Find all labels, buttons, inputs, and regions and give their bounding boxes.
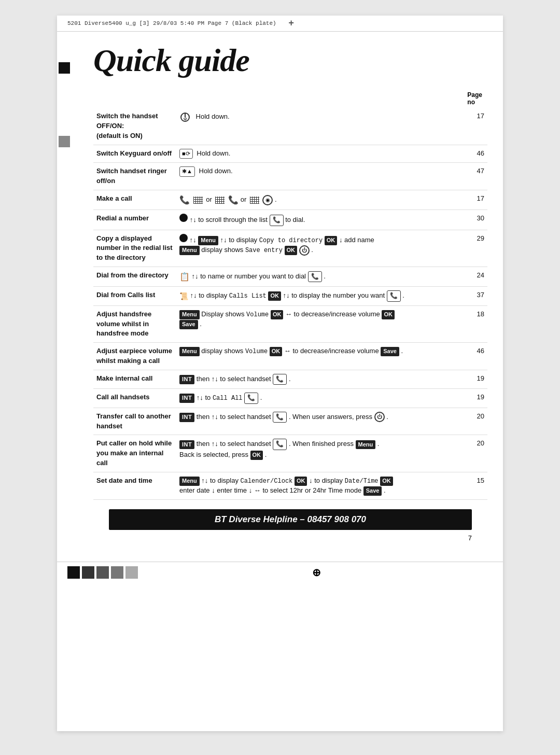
- ok-btn-4: OK: [271, 310, 284, 319]
- helpline-bar: BT Diverse Helpline – 08457 908 070: [109, 509, 472, 530]
- menu-btn-4: Menu: [179, 347, 200, 356]
- row-instruction: ↑↓ to scroll through the list 📞 to dial.: [176, 210, 470, 230]
- crosshair-bottom: ⊕: [140, 566, 493, 579]
- ok-btn-3: OK: [268, 291, 281, 301]
- row-instruction: INT then ↑↓ to select handset 📞 .: [176, 370, 470, 388]
- row-page: 17: [470, 190, 487, 210]
- speaker-icon: ◉: [262, 195, 273, 205]
- table-row: Switch Keyguard on/off ■⟳ Hold down. 46: [93, 145, 487, 163]
- row-page: 19: [470, 389, 487, 408]
- left-sidebar: [57, 41, 72, 755]
- grid-icon-3: [250, 197, 259, 204]
- table-row: Switch the handset OFF/ON:(default is ON…: [93, 108, 487, 145]
- printer-info: 5201 Diverse5400 u_g [3] 29/8/03 5:40 PM…: [67, 20, 276, 26]
- keyguard-icon: ■⟳: [179, 149, 193, 159]
- int-btn: INT: [179, 375, 194, 384]
- table-row: Put caller on hold while you make an int…: [93, 435, 487, 472]
- page-no-header: Pageno: [93, 91, 487, 106]
- row-label: Adjust handsfree volume whilst in handsf…: [93, 305, 176, 343]
- handset-btn-icon-3: 📞: [273, 412, 287, 423]
- table-row: Make a call 📞 or 📞 or ◉ . 17: [93, 190, 487, 210]
- row-instruction: Menu Display shows Volume OK ↔ to decrea…: [176, 305, 470, 343]
- int-btn-3: INT: [179, 413, 194, 422]
- call-btn-icon-2: 📞: [387, 290, 401, 301]
- row-page: 15: [470, 472, 487, 499]
- save-btn-2: Save: [381, 347, 399, 356]
- printer-marks: 5201 Diverse5400 u_g [3] 29/8/03 5:40 PM…: [57, 16, 503, 32]
- call-btn-icon: 📞: [308, 271, 322, 282]
- menu-btn-5: Menu: [356, 440, 376, 450]
- row-label: Copy a displayed number in the redial li…: [93, 230, 176, 267]
- grid-icon-1: [193, 197, 203, 204]
- save-btn: Save: [179, 320, 198, 329]
- row-page: 37: [470, 287, 487, 305]
- helpline-text: BT Diverse Helpline – 08457 908 070: [215, 514, 366, 524]
- row-page: 20: [470, 435, 487, 472]
- row-label: Switch Keyguard on/off: [93, 145, 176, 163]
- page-no-label: Pageno: [467, 91, 482, 106]
- power-off-icon: ⏻: [299, 245, 310, 256]
- call-handset-icon-2: 📞: [228, 195, 239, 204]
- table-row: Call all handsets INT ↑↓ to Call All 📞 .…: [93, 389, 487, 408]
- phone-btn-icon: 📞: [270, 215, 284, 226]
- handset-btn-icon-4: 📞: [273, 439, 287, 450]
- main-content: Quick guide Pageno Switch the handset OF…: [78, 32, 503, 562]
- calls-icon: 📜: [179, 292, 188, 300]
- table-row: Set date and time Menu ↑↓ to display Cal…: [93, 472, 487, 499]
- int-btn-4: INT: [179, 440, 194, 450]
- crosshair-top: [287, 19, 296, 28]
- crosshair-symbol: ⊕: [312, 566, 321, 579]
- handset-btn-icon-2: 📞: [244, 393, 258, 403]
- guide-table: Switch the handset OFF/ON:(default is ON…: [93, 108, 487, 500]
- volume-text-2: Volume: [245, 348, 268, 355]
- table-row: Switch handset ringer off/on ✱▲ Hold dow…: [93, 163, 487, 190]
- page-number: 7: [93, 530, 487, 546]
- row-label: Switch handset ringer off/on: [93, 163, 176, 190]
- row-label: Set date and time: [93, 472, 176, 499]
- row-instruction: Menu ↑↓ to display Calender/Clock OK ↓ t…: [176, 472, 470, 499]
- table-row: Dial from Calls list 📜 ↑↓ to display Cal…: [93, 287, 487, 305]
- row-page: 30: [470, 210, 487, 230]
- row-page: 24: [470, 267, 487, 287]
- power-icon: ⏻: [179, 111, 191, 123]
- table-row: Redial a number ↑↓ to scroll through the…: [93, 210, 487, 230]
- power-icon-2: ⏻: [374, 412, 385, 422]
- row-instruction: ■⟳ Hold down.: [176, 145, 470, 163]
- row-page: 46: [470, 145, 487, 163]
- color-mark-2: [82, 566, 94, 579]
- color-mark-3: [96, 566, 109, 579]
- directory-icon: 📋: [179, 272, 190, 281]
- row-page: 29: [470, 230, 487, 267]
- row-page: 20: [470, 408, 487, 435]
- copy-text: Copy to directory: [259, 237, 323, 244]
- circle-icon: [179, 214, 188, 222]
- save-btn-3: Save: [363, 486, 382, 496]
- table-row: Dial from the directory 📋 ↑↓ to name or …: [93, 267, 487, 287]
- row-page: 17: [470, 108, 487, 145]
- row-label: Transfer call to another handset: [93, 408, 176, 435]
- grid-icon-2: [215, 197, 225, 204]
- ok-btn: OK: [325, 236, 338, 245]
- row-label: Call all handsets: [93, 389, 176, 408]
- registration-mark-2: [59, 136, 70, 147]
- row-page: 47: [470, 163, 487, 190]
- table-row: Transfer call to another handset INT the…: [93, 408, 487, 435]
- row-instruction: Menu display shows Volume OK ↔ to decrea…: [176, 343, 470, 370]
- page-title: Quick guide: [93, 42, 487, 79]
- row-instruction: 📞 or 📞 or ◉ .: [176, 190, 470, 210]
- row-label: Make a call: [93, 190, 176, 210]
- menu-btn-3: Menu: [179, 310, 200, 319]
- handset-btn-icon: 📞: [273, 374, 287, 385]
- row-page: 18: [470, 305, 487, 343]
- row-instruction: 📜 ↑↓ to display Calls List OK ↑↓ to disp…: [176, 287, 470, 305]
- page-wrapper: 5201 Diverse5400 u_g [3] 29/8/03 5:40 PM…: [57, 16, 503, 731]
- row-label: Dial from the directory: [93, 267, 176, 287]
- row-label: Put caller on hold while you make an int…: [93, 435, 176, 472]
- menu-btn: Menu: [198, 236, 218, 245]
- table-row: Adjust earpiece volume whilst making a c…: [93, 343, 487, 370]
- row-page: 19: [470, 370, 487, 388]
- calendar-text: Calender/Clock: [241, 478, 293, 485]
- menu-btn-6: Menu: [179, 477, 200, 486]
- circle-icon-2: [179, 234, 188, 242]
- ok-btn-8: OK: [295, 477, 307, 486]
